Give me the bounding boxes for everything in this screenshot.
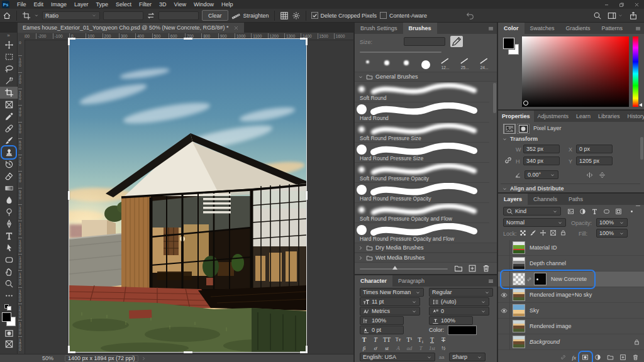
color-swatches[interactable] — [2, 312, 16, 326]
menu-help[interactable]: Help — [218, 0, 237, 9]
layer-thumbnail[interactable] — [513, 241, 525, 254]
layer-thumbnail[interactable] — [513, 273, 525, 285]
tab-swatches[interactable]: Swatches — [525, 23, 560, 34]
new-group-icon[interactable] — [607, 354, 614, 361]
tab-brushes[interactable]: Brushes — [403, 23, 437, 34]
filter-type-layers-icon[interactable] — [591, 208, 598, 215]
layer-visibility-toggle[interactable] — [498, 272, 510, 287]
font-family-select[interactable]: Times New Roman — [360, 288, 424, 297]
brush-item[interactable]: Soft Round Pressure Opacity — [355, 162, 489, 183]
crop-settings-gear-icon[interactable] — [292, 11, 301, 20]
blur-tool[interactable] — [0, 194, 18, 206]
restore-button[interactable] — [614, 0, 629, 9]
tab-paragraph[interactable]: Paragraph — [392, 275, 430, 287]
default-colors-icon[interactable] — [4, 304, 13, 310]
layer-visibility-toggle[interactable] — [498, 287, 510, 303]
clear-button[interactable]: Clear — [202, 10, 228, 21]
brush-item[interactable]: Hard Round Pressure Size — [355, 142, 489, 163]
vertical-scale-input[interactable]: 100% — [360, 316, 404, 325]
crop-handle[interactable] — [68, 191, 70, 200]
layer-row-rendered-image[interactable]: Rendered image — [498, 319, 644, 334]
brush-item[interactable]: Soft Round Pressure Size — [355, 122, 489, 143]
tab-brush-settings[interactable]: Brush Settings — [355, 23, 403, 34]
tab-libraries[interactable]: Libraries — [594, 111, 624, 122]
lock-artboard-icon[interactable] — [550, 229, 557, 236]
delete-layer-icon[interactable] — [632, 354, 639, 361]
crop-width-input[interactable] — [103, 11, 143, 20]
fractions-1st-button[interactable]: 1st — [426, 344, 438, 353]
layer-name[interactable]: Sky — [530, 307, 539, 314]
new-adjustment-layer-icon[interactable] — [594, 354, 601, 361]
leading-select[interactable]: (Auto) — [429, 297, 489, 306]
ligatures-button[interactable]: fi — [358, 344, 370, 353]
tab-gradients[interactable]: Gradients — [560, 23, 596, 34]
fill-select[interactable]: 100% — [596, 229, 628, 238]
layer-visibility-toggle[interactable] — [498, 256, 510, 272]
crop-handle[interactable] — [184, 38, 192, 40]
foreground-color-swatch[interactable] — [2, 312, 11, 322]
lock-pixels-icon[interactable] — [530, 229, 536, 236]
lasso-tool[interactable] — [0, 63, 18, 75]
delete-brush-button[interactable] — [482, 264, 491, 273]
tab-adjustments[interactable]: Adjustments — [534, 111, 573, 122]
scrollbar[interactable] — [493, 83, 496, 113]
edit-toolbar[interactable] — [0, 290, 18, 302]
brush-size-input[interactable] — [404, 37, 445, 46]
layer-filter-kind-select[interactable]: Kind — [503, 207, 561, 216]
scrollbar[interactable] — [640, 137, 643, 160]
width-input[interactable]: 352 px — [523, 145, 560, 153]
brush-item[interactable]: Hard Round Pressure Opacity and Flow — [355, 222, 489, 243]
brush-group-dry-media[interactable]: Dry Media Brushes — [355, 243, 498, 253]
brush-item[interactable]: Soft Round Pressure Opacity and Flow — [355, 202, 489, 223]
dodge-tool[interactable] — [0, 206, 18, 218]
zoom-level[interactable]: 50% — [42, 355, 53, 361]
share-icon[interactable] — [629, 11, 638, 20]
reset-crop-icon[interactable] — [465, 11, 474, 20]
move-tool[interactable] — [0, 39, 18, 51]
titling-alternates-button[interactable]: A — [392, 344, 404, 353]
brush-item[interactable]: Soft Round — [355, 82, 489, 102]
collapse-toolbar-button[interactable]: » — [0, 33, 17, 39]
layer-thumbnail[interactable] — [513, 288, 525, 301]
layer-visibility-toggle[interactable] — [498, 303, 510, 319]
font-style-select[interactable]: Regular — [429, 288, 493, 297]
history-brush-tool[interactable] — [0, 158, 18, 170]
workspace-switcher[interactable] — [608, 11, 623, 20]
pen-tool[interactable] — [0, 218, 18, 230]
panel-menu-icon[interactable] — [487, 278, 494, 285]
screen-mode-button[interactable] — [0, 339, 18, 349]
layer-row-new-concrete[interactable]: New Concrete — [498, 272, 644, 287]
document-tab[interactable]: Eames house_Exterior_01_Yongyeon Cho.psd… — [18, 23, 244, 33]
text-color-swatch[interactable] — [448, 326, 477, 335]
crop-handle[interactable] — [306, 191, 308, 200]
all-caps-button[interactable]: TT — [381, 335, 392, 344]
layer-name[interactable]: Depth channel — [530, 260, 566, 266]
x-position-input[interactable]: 0 px — [576, 145, 613, 153]
menu-filter[interactable]: Filter — [135, 0, 155, 9]
filter-toggle-icon[interactable] — [629, 209, 635, 214]
new-brush-group-button[interactable] — [454, 264, 463, 273]
hue-slider[interactable] — [633, 36, 638, 107]
menu-select[interactable]: Select — [112, 0, 135, 9]
close-tab-icon[interactable] — [233, 25, 239, 31]
object-selection-tool[interactable] — [0, 75, 18, 87]
crop-handle[interactable] — [306, 38, 308, 45]
tab-character[interactable]: Character — [355, 275, 392, 287]
filter-pixel-layers-icon[interactable] — [567, 208, 574, 215]
clone-stamp-tool[interactable] — [0, 146, 18, 158]
blend-mode-select[interactable]: Normal — [503, 218, 566, 227]
layer-visibility-toggle[interactable] — [498, 240, 510, 256]
close-window-button[interactable] — [629, 0, 644, 9]
tab-layers[interactable]: Layers — [498, 194, 528, 205]
layer-thumbnail[interactable] — [513, 336, 525, 348]
align-section-header[interactable]: Align and Distribute — [502, 185, 564, 192]
straighten-icon[interactable] — [231, 11, 240, 20]
tab-history[interactable]: History — [624, 111, 644, 122]
saturation-brightness-field[interactable] — [522, 36, 629, 107]
layer-row-sky[interactable]: Sky — [498, 303, 644, 319]
anti-alias-select[interactable]: Sharp — [449, 353, 486, 361]
recent-brush[interactable] — [397, 55, 415, 70]
new-layer-icon[interactable] — [619, 354, 626, 361]
menu-view[interactable]: View — [170, 0, 190, 9]
recent-brush[interactable]: 25... — [456, 55, 474, 70]
